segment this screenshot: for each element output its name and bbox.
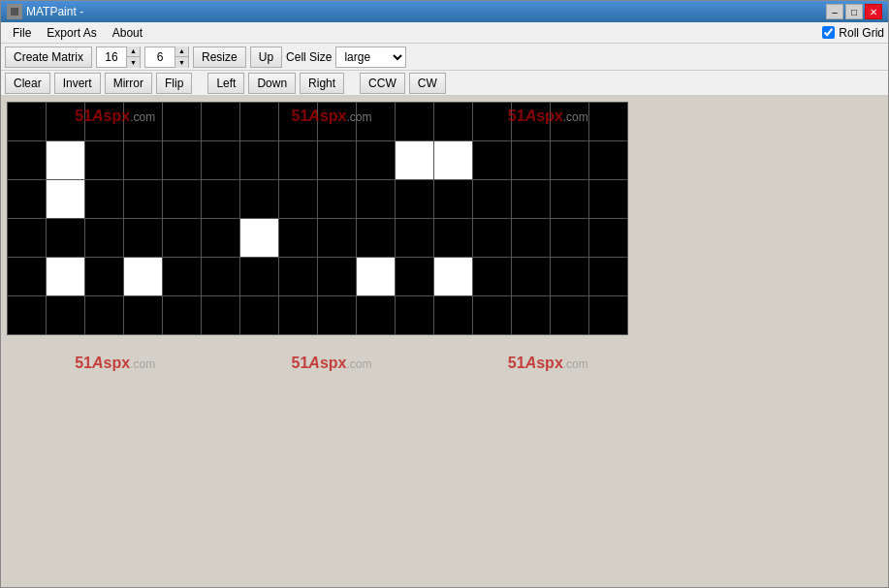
grid-cell-36[interactable] bbox=[163, 180, 202, 219]
grid-cell-34[interactable] bbox=[85, 180, 124, 219]
roll-grid-checkbox[interactable] bbox=[822, 26, 835, 39]
grid-cell-57[interactable] bbox=[357, 219, 396, 258]
grid-cell-62[interactable] bbox=[551, 219, 589, 258]
grid-cell-28[interactable] bbox=[473, 141, 512, 180]
grid-cell-81[interactable] bbox=[47, 296, 85, 335]
grid-cell-59[interactable] bbox=[434, 219, 473, 258]
grid-cell-18[interactable] bbox=[85, 141, 124, 180]
grid-cell-41[interactable] bbox=[357, 180, 396, 219]
grid-cell-40[interactable] bbox=[318, 180, 357, 219]
rows-input[interactable] bbox=[145, 47, 175, 67]
grid-cell-91[interactable] bbox=[434, 296, 473, 335]
grid-cell-86[interactable] bbox=[240, 296, 279, 335]
grid-cell-6[interactable] bbox=[240, 103, 279, 141]
grid-cell-65[interactable] bbox=[47, 258, 85, 296]
grid-cell-76[interactable] bbox=[473, 258, 512, 296]
grid-cell-69[interactable] bbox=[202, 258, 240, 296]
grid-cell-45[interactable] bbox=[512, 180, 551, 219]
grid-cell-35[interactable] bbox=[124, 180, 163, 219]
cell-size-dropdown[interactable]: large medium small bbox=[335, 46, 406, 68]
grid-cell-79[interactable] bbox=[589, 258, 628, 296]
grid-cell-14[interactable] bbox=[551, 103, 589, 141]
grid-cell-53[interactable] bbox=[202, 219, 240, 258]
cw-button[interactable]: CW bbox=[409, 73, 446, 94]
grid-cell-67[interactable] bbox=[124, 258, 163, 296]
grid-cell-94[interactable] bbox=[551, 296, 589, 335]
grid-cell-72[interactable] bbox=[318, 258, 357, 296]
grid-cell-54[interactable] bbox=[240, 219, 279, 258]
grid-cell-93[interactable] bbox=[512, 296, 551, 335]
grid-cell-39[interactable] bbox=[279, 180, 318, 219]
grid-cell-3[interactable] bbox=[124, 103, 163, 141]
grid-cell-5[interactable] bbox=[202, 103, 240, 141]
left-button[interactable]: Left bbox=[207, 73, 244, 94]
grid-cell-30[interactable] bbox=[551, 141, 589, 180]
grid-cell-1[interactable] bbox=[47, 103, 85, 141]
clear-button[interactable]: Clear bbox=[5, 73, 50, 94]
grid-cell-42[interactable] bbox=[396, 180, 434, 219]
grid-cell-33[interactable] bbox=[47, 180, 85, 219]
grid-cell-12[interactable] bbox=[473, 103, 512, 141]
grid-cell-37[interactable] bbox=[202, 180, 240, 219]
grid-cell-22[interactable] bbox=[240, 141, 279, 180]
grid-cell-68[interactable] bbox=[163, 258, 202, 296]
grid-cell-56[interactable] bbox=[318, 219, 357, 258]
invert-button[interactable]: Invert bbox=[54, 73, 101, 94]
grid-cell-89[interactable] bbox=[357, 296, 396, 335]
resize-button[interactable]: Resize bbox=[193, 46, 246, 68]
grid-cell-11[interactable] bbox=[434, 103, 473, 141]
grid-cell-4[interactable] bbox=[163, 103, 202, 141]
grid-cell-77[interactable] bbox=[512, 258, 551, 296]
grid-cell-47[interactable] bbox=[589, 180, 628, 219]
grid-cell-44[interactable] bbox=[473, 180, 512, 219]
grid-cell-46[interactable] bbox=[551, 180, 589, 219]
grid-cell-90[interactable] bbox=[396, 296, 434, 335]
grid-cell-74[interactable] bbox=[396, 258, 434, 296]
pixel-grid[interactable] bbox=[7, 102, 628, 335]
grid-cell-78[interactable] bbox=[551, 258, 589, 296]
up-button[interactable]: Up bbox=[250, 46, 282, 68]
grid-cell-84[interactable] bbox=[163, 296, 202, 335]
grid-cell-19[interactable] bbox=[124, 141, 163, 180]
grid-cell-50[interactable] bbox=[85, 219, 124, 258]
grid-cell-8[interactable] bbox=[318, 103, 357, 141]
grid-cell-95[interactable] bbox=[589, 296, 628, 335]
grid-cell-80[interactable] bbox=[8, 296, 47, 335]
restore-button[interactable]: □ bbox=[845, 4, 863, 19]
close-button[interactable]: ✕ bbox=[865, 4, 882, 19]
grid-cell-55[interactable] bbox=[279, 219, 318, 258]
mirror-button[interactable]: Mirror bbox=[105, 73, 152, 94]
grid-cell-71[interactable] bbox=[279, 258, 318, 296]
menu-export-as[interactable]: Export As bbox=[39, 24, 104, 42]
cols-up-btn[interactable]: ▲ bbox=[126, 46, 140, 57]
grid-cell-82[interactable] bbox=[85, 296, 124, 335]
grid-cell-83[interactable] bbox=[124, 296, 163, 335]
grid-cell-31[interactable] bbox=[589, 141, 628, 180]
grid-cell-29[interactable] bbox=[512, 141, 551, 180]
down-button[interactable]: Down bbox=[248, 73, 296, 94]
grid-cell-16[interactable] bbox=[8, 141, 47, 180]
grid-cell-32[interactable] bbox=[8, 180, 47, 219]
grid-cell-0[interactable] bbox=[8, 103, 47, 141]
grid-cell-58[interactable] bbox=[396, 219, 434, 258]
rows-down-btn[interactable]: ▼ bbox=[175, 57, 188, 68]
grid-cell-49[interactable] bbox=[47, 219, 85, 258]
grid-cell-85[interactable] bbox=[202, 296, 240, 335]
grid-cell-21[interactable] bbox=[202, 141, 240, 180]
grid-cell-43[interactable] bbox=[434, 180, 473, 219]
grid-cell-73[interactable] bbox=[357, 258, 396, 296]
grid-cell-66[interactable] bbox=[85, 258, 124, 296]
grid-cell-64[interactable] bbox=[8, 258, 47, 296]
ccw-button[interactable]: CCW bbox=[360, 73, 405, 94]
grid-cell-48[interactable] bbox=[8, 219, 47, 258]
grid-cell-63[interactable] bbox=[589, 219, 628, 258]
grid-cell-13[interactable] bbox=[512, 103, 551, 141]
grid-cell-92[interactable] bbox=[473, 296, 512, 335]
grid-cell-2[interactable] bbox=[85, 103, 124, 141]
cols-down-btn[interactable]: ▼ bbox=[126, 57, 140, 68]
flip-button[interactable]: Flip bbox=[156, 73, 192, 94]
grid-cell-23[interactable] bbox=[279, 141, 318, 180]
grid-cell-26[interactable] bbox=[396, 141, 434, 180]
menu-file[interactable]: File bbox=[5, 24, 39, 42]
rows-up-btn[interactable]: ▲ bbox=[175, 46, 188, 57]
